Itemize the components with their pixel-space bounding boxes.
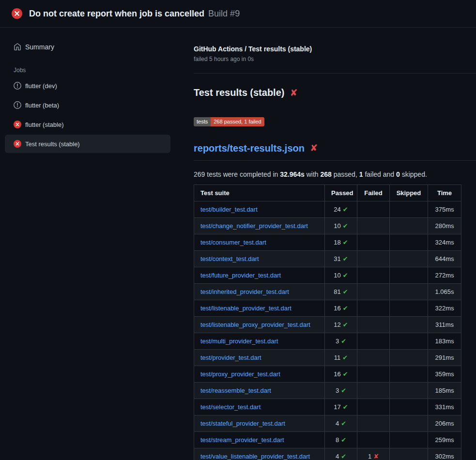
table-row: test/change_notifier_provider_test.dart … bbox=[194, 217, 461, 234]
tests-badge: tests 268 passed, 1 failed bbox=[194, 117, 264, 126]
failed-cell bbox=[357, 201, 390, 217]
column-header: Test suite bbox=[194, 184, 325, 201]
table-row: test/inherited_provider_test.dart 81✔ 1.… bbox=[194, 283, 461, 300]
table-row: test/multi_provider_test.dart 3✔ 183ms bbox=[194, 333, 461, 349]
run-failed-icon bbox=[12, 8, 22, 19]
summary-failed-count: 1 bbox=[359, 170, 363, 178]
skipped-cell bbox=[390, 399, 428, 415]
skipped-cell bbox=[390, 382, 428, 399]
test-suite-link[interactable]: test/change_notifier_provider_test.dart bbox=[200, 222, 308, 230]
test-suite-link[interactable]: test/stream_provider_test.dart bbox=[200, 436, 284, 444]
neutral-status-icon bbox=[14, 82, 21, 90]
check-icon: ✔ bbox=[343, 321, 348, 328]
section-heading: Test results (stable) ✘ bbox=[194, 87, 476, 98]
sidebar-job-label: flutter (stable) bbox=[25, 121, 63, 128]
summary-skipped-count: 0 bbox=[396, 170, 400, 178]
passed-cell: 4✔ bbox=[325, 415, 357, 431]
test-suite-cell: test/consumer_test.dart bbox=[194, 234, 325, 250]
test-suite-link[interactable]: test/reassemble_test.dart bbox=[200, 387, 271, 394]
time-cell: 324ms bbox=[428, 234, 461, 250]
test-suite-link[interactable]: test/value_listenable_provider_test.dart bbox=[200, 453, 310, 460]
skipped-cell bbox=[390, 349, 428, 366]
table-row: test/future_provider_test.dart 10✔ 272ms bbox=[194, 267, 461, 283]
skipped-cell bbox=[390, 415, 428, 431]
passed-cell: 3✔ bbox=[325, 333, 357, 349]
time-cell: 644ms bbox=[428, 250, 461, 267]
skipped-cell bbox=[390, 448, 428, 460]
section-title: Test results (stable) bbox=[194, 87, 284, 98]
check-icon: ✔ bbox=[341, 436, 346, 444]
sidebar-job-item[interactable]: flutter (beta) bbox=[5, 96, 170, 114]
failed-cell bbox=[357, 349, 390, 366]
passed-cell: 16✔ bbox=[325, 300, 357, 316]
test-suite-cell: test/provider_test.dart bbox=[194, 349, 325, 366]
column-header: Skipped bbox=[390, 184, 428, 201]
report-heading: reports/test-results.json ✘ bbox=[194, 142, 476, 161]
failed-x-icon: ✘ bbox=[290, 88, 297, 97]
test-suite-link[interactable]: test/consumer_test.dart bbox=[200, 239, 266, 246]
test-suite-link[interactable]: test/future_provider_test.dart bbox=[200, 272, 281, 279]
sidebar-job-label: Test results (stable) bbox=[25, 140, 80, 148]
time-cell: 272ms bbox=[428, 267, 461, 283]
passed-cell: 11✔ bbox=[325, 349, 357, 366]
test-suite-cell: test/listenable_proxy_provider_test.dart bbox=[194, 316, 325, 333]
failed-cell bbox=[357, 333, 390, 349]
time-cell: 259ms bbox=[428, 431, 461, 448]
sidebar-job-item[interactable]: Test results (stable) bbox=[5, 135, 170, 153]
table-row: test/listenable_provider_test.dart 16✔ 3… bbox=[194, 300, 461, 316]
divider bbox=[194, 73, 476, 74]
passed-cell: 17✔ bbox=[325, 399, 357, 415]
sidebar: Summary Jobs flutter (dev) flutter (beta… bbox=[0, 28, 194, 154]
failed-status-icon bbox=[14, 121, 21, 128]
check-icon: ✔ bbox=[343, 255, 348, 262]
check-icon: ✔ bbox=[341, 337, 346, 345]
passed-cell: 3✔ bbox=[325, 382, 357, 399]
passed-cell: 24✔ bbox=[325, 201, 357, 217]
failed-cell bbox=[357, 234, 390, 250]
test-suite-link[interactable]: test/listenable_proxy_provider_test.dart bbox=[200, 321, 310, 328]
test-suite-link[interactable]: test/provider_test.dart bbox=[200, 354, 261, 361]
sidebar-job-item[interactable]: flutter (dev) bbox=[5, 77, 170, 95]
test-suite-link[interactable]: test/inherited_provider_test.dart bbox=[200, 288, 289, 295]
results-table-body: test/builder_test.dart 24✔ 375ms test/ch… bbox=[194, 201, 461, 460]
table-row: test/builder_test.dart 24✔ 375ms bbox=[194, 201, 461, 217]
test-suite-link[interactable]: test/builder_test.dart bbox=[200, 206, 258, 213]
test-suite-link[interactable]: test/selector_test.dart bbox=[200, 403, 261, 411]
failed-cell bbox=[357, 217, 390, 234]
report-file-link[interactable]: reports/test-results.json bbox=[194, 142, 305, 154]
check-icon: ✔ bbox=[343, 403, 348, 411]
skipped-cell bbox=[390, 250, 428, 267]
failed-cell bbox=[357, 431, 390, 448]
test-suite-cell: test/stream_provider_test.dart bbox=[194, 431, 325, 448]
sidebar-job-item[interactable]: flutter (stable) bbox=[5, 115, 170, 134]
test-suite-link[interactable]: test/listenable_provider_test.dart bbox=[200, 305, 292, 312]
test-suite-cell: test/selector_test.dart bbox=[194, 399, 325, 415]
column-header: Failed bbox=[357, 184, 390, 201]
test-suite-cell: test/change_notifier_provider_test.dart bbox=[194, 217, 325, 234]
summary-line: 269 tests were completed in 32.964s with… bbox=[194, 170, 476, 178]
passed-cell: 12✔ bbox=[325, 316, 357, 333]
time-cell: 302ms bbox=[428, 448, 461, 460]
summary-duration: 32.964s bbox=[280, 170, 305, 178]
results-table: Test suitePassedFailedSkippedTime test/b… bbox=[194, 184, 461, 460]
test-suite-link[interactable]: test/context_test.dart bbox=[200, 255, 259, 262]
check-icon: ✔ bbox=[343, 239, 348, 246]
test-suite-link[interactable]: test/multi_provider_test.dart bbox=[200, 337, 278, 345]
check-icon: ✔ bbox=[343, 272, 348, 279]
sidebar-item-summary[interactable]: Summary bbox=[5, 39, 170, 55]
time-cell: 280ms bbox=[428, 217, 461, 234]
test-suite-cell: test/value_listenable_provider_test.dart bbox=[194, 448, 325, 460]
passed-cell: 18✔ bbox=[325, 234, 357, 250]
sidebar-job-label: flutter (dev) bbox=[25, 82, 57, 90]
test-suite-link[interactable]: test/stateful_provider_test.dart bbox=[200, 420, 285, 427]
table-row: test/stream_provider_test.dart 8✔ 259ms bbox=[194, 431, 461, 448]
passed-cell: 81✔ bbox=[325, 283, 357, 300]
test-suite-link[interactable]: test/proxy_provider_test.dart bbox=[200, 370, 280, 378]
badge-value: 268 passed, 1 failed bbox=[211, 117, 264, 126]
time-cell: 311ms bbox=[428, 316, 461, 333]
sidebar-summary-label: Summary bbox=[25, 43, 54, 51]
run-status-line: failed 5 hours ago in 0s bbox=[194, 56, 476, 62]
failed-cell bbox=[357, 300, 390, 316]
failed-cell bbox=[357, 415, 390, 431]
run-title: Do not create report when job is cancell… bbox=[29, 9, 204, 19]
